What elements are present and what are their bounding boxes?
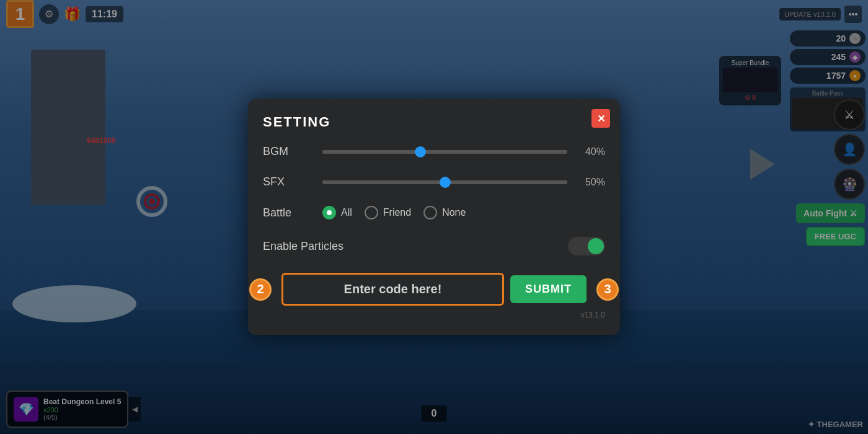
bgm-thumb[interactable] <box>415 146 426 157</box>
bgm-slider[interactable] <box>322 150 567 154</box>
battle-none-label: None <box>442 207 466 218</box>
particles-toggle[interactable] <box>568 237 605 255</box>
particles-row: Enable Particles <box>263 237 605 255</box>
sfx-slider[interactable] <box>322 180 567 184</box>
badge-2: 2 <box>249 278 272 301</box>
battle-label: Battle <box>263 206 312 219</box>
battle-all-label: All <box>341 207 352 218</box>
particles-label: Enable Particles <box>263 240 558 253</box>
settings-modal: SETTING ✕ BGM 40% SFX 50% <box>248 99 620 335</box>
close-button[interactable]: ✕ <box>591 109 610 128</box>
submit-label: SUBMIT <box>525 283 572 295</box>
battle-all-radio[interactable] <box>322 206 336 219</box>
battle-none-radio[interactable] <box>423 206 437 219</box>
close-icon: ✕ <box>597 113 605 125</box>
battle-row: Battle All Friend None <box>263 206 605 219</box>
bgm-value: 40% <box>577 146 605 157</box>
battle-friend-label: Friend <box>383 207 411 218</box>
battle-all-option[interactable]: All <box>322 206 352 219</box>
modal-title: SETTING <box>263 114 605 130</box>
sfx-row: SFX 50% <box>263 175 605 188</box>
badge-3: 3 <box>596 278 619 301</box>
version-text: v13.1.0 <box>263 311 605 319</box>
bgm-row: BGM 40% <box>263 145 605 158</box>
code-section: SUBMIT <box>263 273 605 306</box>
battle-none-option[interactable]: None <box>423 206 466 219</box>
sfx-thumb[interactable] <box>440 177 451 188</box>
submit-button[interactable]: SUBMIT <box>510 275 587 303</box>
code-section-wrapper: 2 SUBMIT 3 <box>263 273 605 306</box>
toggle-knob <box>588 238 604 254</box>
battle-friend-radio[interactable] <box>365 206 378 219</box>
modal-overlay: SETTING ✕ BGM 40% SFX 50% <box>0 0 868 434</box>
battle-friend-option[interactable]: Friend <box>365 206 411 219</box>
sfx-label: SFX <box>263 175 312 188</box>
battle-radio-group: All Friend None <box>322 206 605 219</box>
sfx-value: 50% <box>577 177 605 188</box>
bgm-label: BGM <box>263 145 312 158</box>
code-input[interactable] <box>281 273 504 306</box>
